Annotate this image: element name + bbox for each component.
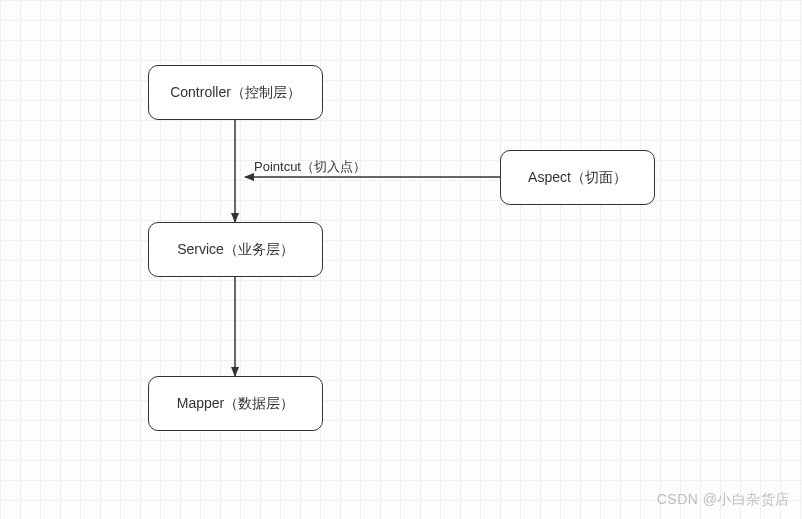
node-controller-label: Controller（控制层） (170, 84, 301, 102)
watermark: CSDN @小白杂货店 (657, 491, 790, 509)
node-aspect: Aspect（切面） (500, 150, 655, 205)
node-controller: Controller（控制层） (148, 65, 323, 120)
node-mapper: Mapper（数据层） (148, 376, 323, 431)
diagram-arrows (0, 0, 802, 519)
node-aspect-label: Aspect（切面） (528, 169, 627, 187)
node-service: Service（业务层） (148, 222, 323, 277)
node-mapper-label: Mapper（数据层） (177, 395, 294, 413)
edge-pointcut-label: Pointcut（切入点） (254, 158, 366, 176)
node-service-label: Service（业务层） (177, 241, 294, 259)
